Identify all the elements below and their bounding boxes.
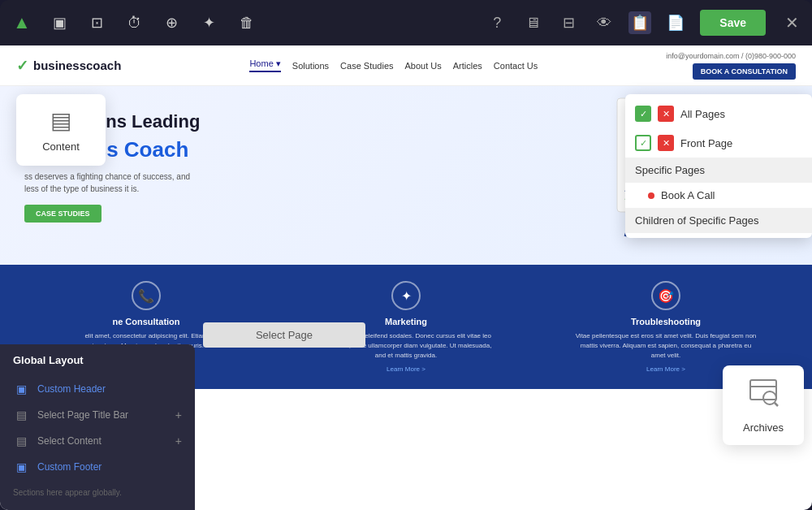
gl-custom-header-label: Custom Header bbox=[37, 383, 182, 395]
help-icon[interactable]: ? bbox=[486, 11, 508, 34]
troubleshooting-desc: Vitae pellentesque est eros sit amet vel… bbox=[544, 331, 788, 361]
gl-select-content-icon: ▤ bbox=[13, 434, 29, 447]
dd-all-pages-check: ✓ bbox=[635, 106, 651, 122]
site-nav: Home ▾ Solutions Case Studies About Us A… bbox=[249, 58, 538, 72]
gl-select-page-icon: ▤ bbox=[13, 408, 29, 421]
dd-all-pages[interactable]: ✓ ✕ All Pages bbox=[625, 99, 812, 128]
gl-item-custom-header[interactable]: ▣ Custom Header bbox=[0, 376, 195, 402]
gl-select-page-plus[interactable]: + bbox=[175, 408, 182, 421]
dd-children-label: Children of Specific Pages bbox=[635, 214, 758, 227]
gl-item-custom-footer[interactable]: ▣ Custom Footer bbox=[0, 454, 195, 480]
archives-label: Archives bbox=[734, 421, 793, 434]
toolbar: ▲ ▣ ⊡ ⏱ ⊕ ✦ 🗑 ? 🖥 ⊟ 👁 📋 📄 Save ✕ bbox=[0, 0, 812, 45]
global-layout-header: Global Layout bbox=[0, 344, 195, 376]
nav-solutions[interactable]: Solutions bbox=[292, 61, 329, 71]
dd-front-page-label: Front Page bbox=[680, 137, 732, 149]
nav-contact[interactable]: Contact Us bbox=[494, 61, 538, 71]
trash-icon[interactable]: 🗑 bbox=[235, 11, 258, 34]
marketing-icon: ✦ bbox=[391, 281, 421, 310]
gl-select-page-label: Select Page Title Bar bbox=[37, 409, 167, 421]
book-consultation-button[interactable]: BOOK A CONSULTATION bbox=[693, 63, 796, 80]
gl-custom-footer-icon: ▣ bbox=[13, 460, 29, 473]
website-preview: ✓ businesscoach Home ▾ Solutions Case St… bbox=[0, 45, 812, 510]
panel-toggle-icon[interactable]: ▣ bbox=[49, 11, 71, 34]
add-icon[interactable]: ✦ bbox=[198, 11, 221, 34]
svg-point-11 bbox=[763, 391, 776, 404]
site-header: ✓ businesscoach Home ▾ Solutions Case St… bbox=[0, 45, 812, 86]
site-logo: ✓ businesscoach bbox=[16, 57, 121, 75]
nav-articles[interactable]: Articles bbox=[453, 61, 482, 71]
marketing-learn-more[interactable]: Learn More > bbox=[284, 365, 528, 373]
history-icon[interactable]: ⏱ bbox=[123, 11, 146, 34]
save-button[interactable]: Save bbox=[700, 10, 766, 36]
gl-select-content-label: Select Content bbox=[37, 435, 167, 447]
dd-book-a-call-label: Book A Call bbox=[661, 189, 715, 201]
template-icon[interactable]: ⊡ bbox=[86, 11, 109, 34]
select-page-bar[interactable]: Select Page bbox=[203, 322, 365, 348]
consultation-icon: 📞 bbox=[132, 281, 161, 310]
dd-book-a-call-dot bbox=[648, 192, 654, 199]
site-logo-text: businesscoach bbox=[33, 58, 121, 72]
troubleshooting-title: Troubleshooting bbox=[544, 317, 788, 326]
user-icon[interactable]: ⊕ bbox=[161, 11, 184, 34]
dropdown-overlay: ✓ ✕ All Pages ✓ ✕ Front Page Specific Pa… bbox=[625, 94, 812, 238]
hero-cta-button[interactable]: CASE STUDIES bbox=[24, 205, 102, 223]
content-panel: ▤ Content bbox=[16, 94, 106, 166]
content-panel-label: Content bbox=[29, 140, 93, 153]
responsive-icon[interactable]: ⊟ bbox=[557, 11, 580, 34]
logo-icon[interactable]: ▲ bbox=[13, 12, 31, 33]
save-draft-icon[interactable]: 📄 bbox=[664, 11, 687, 34]
desktop-icon[interactable]: 🖥 bbox=[521, 11, 544, 34]
gl-custom-header-icon: ▣ bbox=[13, 382, 29, 395]
gl-item-select-page-title[interactable]: ▤ Select Page Title Bar + bbox=[0, 402, 195, 428]
site-logo-icon: ✓ bbox=[16, 57, 28, 75]
gl-item-select-content[interactable]: ▤ Select Content + bbox=[0, 428, 195, 454]
dd-front-page-check: ✓ bbox=[635, 135, 651, 151]
archives-widget: Archives bbox=[723, 365, 804, 445]
nav-about[interactable]: About Us bbox=[405, 61, 442, 71]
dd-book-a-call[interactable]: Book A Call bbox=[625, 183, 812, 208]
site-header-right: info@yourdomain.com / (0)980-900-000 BOO… bbox=[666, 52, 796, 80]
dd-front-page-x: ✕ bbox=[658, 135, 674, 151]
toolbar-right: ? 🖥 ⊟ 👁 📋 📄 Save ✕ bbox=[486, 10, 799, 36]
content-panel-icon: ▤ bbox=[29, 107, 93, 134]
global-layout-footer: Sections here appear globally. bbox=[0, 480, 195, 500]
main-area: ✓ businesscoach Home ▾ Solutions Case St… bbox=[0, 45, 812, 510]
nav-home[interactable]: Home ▾ bbox=[249, 58, 280, 72]
dd-front-page[interactable]: ✓ ✕ Front Page bbox=[625, 128, 812, 158]
close-button[interactable]: ✕ bbox=[785, 13, 799, 32]
nav-case-studies[interactable]: Case Studies bbox=[340, 61, 393, 71]
preview-icon[interactable]: 👁 bbox=[593, 11, 615, 34]
gl-select-content-plus[interactable]: + bbox=[175, 434, 182, 447]
gl-custom-footer-label: Custom Footer bbox=[37, 461, 182, 473]
troubleshooting-icon: 🎯 bbox=[651, 281, 680, 310]
service-card-troubleshooting: 🎯 Troubleshooting Vitae pellentesque est… bbox=[544, 281, 788, 373]
dd-specific-pages-section[interactable]: Specific Pages bbox=[625, 158, 812, 183]
dd-children-section[interactable]: Children of Specific Pages bbox=[625, 208, 812, 233]
hero-desc: ss deserves a fighting chance of success… bbox=[24, 171, 252, 195]
site-contact: info@yourdomain.com / (0)980-900-000 bbox=[666, 52, 796, 60]
archives-icon bbox=[734, 377, 793, 415]
dd-all-pages-x: ✕ bbox=[658, 106, 674, 122]
dd-specific-pages-label: Specific Pages bbox=[635, 164, 705, 176]
dd-all-pages-label: All Pages bbox=[680, 108, 725, 120]
global-layout-panel: Global Layout ▣ Custom Header ▤ Select P… bbox=[0, 344, 195, 510]
svg-line-12 bbox=[775, 403, 778, 406]
pages-icon[interactable]: 📋 bbox=[628, 11, 651, 34]
